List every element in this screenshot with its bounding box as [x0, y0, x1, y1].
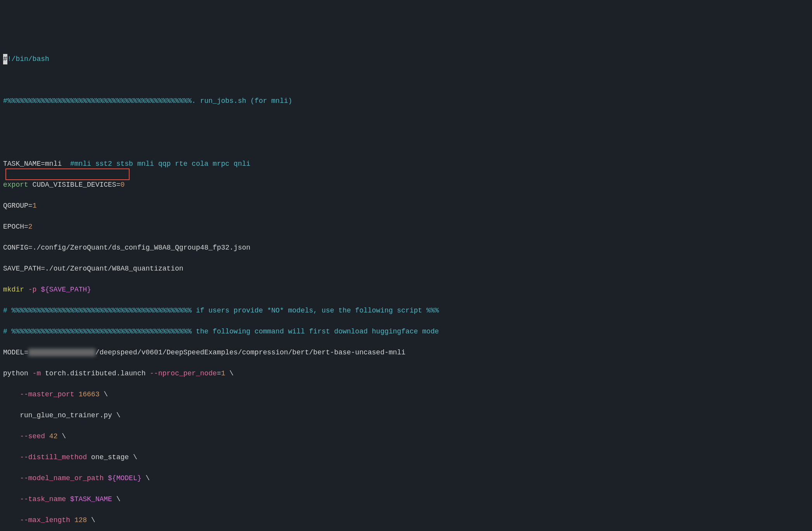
code-line-epoch: EPOCH=2 — [3, 222, 809, 232]
code-line-distill: --distill_method one_stage \ — [3, 452, 809, 463]
code-line-comment-download: # %%%%%%%%%%%%%%%%%%%%%%%%%%%%%%%%%%%%%%… — [3, 326, 809, 337]
code-line-masterport: --master_port 16663 \ — [3, 389, 809, 400]
code-line-maxlength: --max_length 128 \ — [3, 515, 809, 526]
code-line-runfile: run_glue_no_trainer.py \ — [3, 410, 809, 421]
code-line-seed: --seed 42 \ — [3, 431, 809, 442]
code-editor[interactable]: #!/bin/bash #%%%%%%%%%%%%%%%%%%%%%%%%%%%… — [3, 43, 809, 531]
code-line-blank — [3, 75, 809, 85]
code-line-blank — [3, 138, 809, 148]
code-line-comment-script: # %%%%%%%%%%%%%%%%%%%%%%%%%%%%%%%%%%%%%%… — [3, 305, 809, 316]
code-line-python: python -m torch.distributed.launch --npr… — [3, 368, 809, 379]
code-line-comment-header: #%%%%%%%%%%%%%%%%%%%%%%%%%%%%%%%%%%%%%%%… — [3, 96, 809, 106]
code-line-taskname: TASK_NAME=mnli #mnli sst2 stsb mnli qqp … — [3, 159, 809, 169]
code-line-savepath: SAVE_PATH=./out/ZeroQuant/W8A8_quantizat… — [3, 264, 809, 274]
code-line-config: CONFIG=./config/ZeroQuant/ds_config_W8A8… — [3, 243, 809, 253]
code-line-model: MODEL=████████████████/deepspeed/v0601/D… — [3, 347, 809, 358]
code-line-blank — [3, 117, 809, 127]
code-line-shebang: #!/bin/bash — [3, 54, 809, 64]
code-line-export: export CUDA_VISIBLE_DEVICES=0 — [3, 180, 809, 190]
redacted-path: ████████████████ — [28, 349, 95, 356]
code-line-mkdir: mkdir -p ${SAVE_PATH} — [3, 285, 809, 295]
code-line-modelname: --model_name_or_path ${MODEL} \ — [3, 473, 809, 484]
code-line-qgroup: QGROUP=1 — [3, 201, 809, 211]
cursor: # — [3, 54, 7, 64]
code-line-tasknameflag: --task_name $TASK_NAME \ — [3, 494, 809, 505]
